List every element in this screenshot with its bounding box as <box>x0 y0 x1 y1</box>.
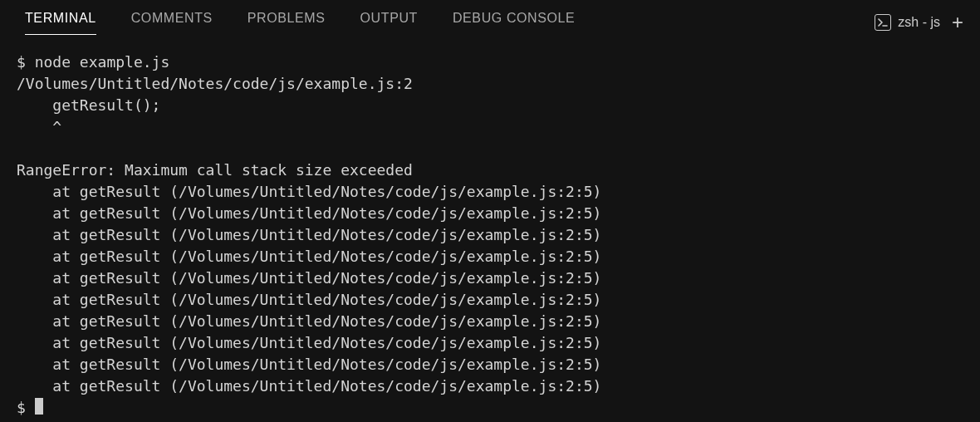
shell-selector[interactable]: zsh - js <box>875 14 940 31</box>
panel-tabs: TERMINAL COMMENTS PROBLEMS OUTPUT DEBUG … <box>25 11 575 35</box>
error-file-line: /Volumes/Untitled/Notes/code/js/example.… <box>17 75 413 92</box>
error-code-line: getResult(); <box>17 96 160 114</box>
stack-frame: at getResult (/Volumes/Untitled/Notes/co… <box>17 312 601 330</box>
tab-problems[interactable]: PROBLEMS <box>247 11 326 35</box>
stack-frame: at getResult (/Volumes/Untitled/Notes/co… <box>17 356 601 373</box>
terminal-icon <box>875 14 891 31</box>
stack-frame: at getResult (/Volumes/Untitled/Notes/co… <box>17 204 601 222</box>
stack-frame: at getResult (/Volumes/Untitled/Notes/co… <box>17 291 601 308</box>
panel-header: TERMINAL COMMENTS PROBLEMS OUTPUT DEBUG … <box>0 0 980 37</box>
tab-terminal[interactable]: TERMINAL <box>25 11 96 35</box>
stack-frame: at getResult (/Volumes/Untitled/Notes/co… <box>17 377 601 395</box>
stack-frame: at getResult (/Volumes/Untitled/Notes/co… <box>17 248 601 265</box>
header-actions: zsh - js + <box>875 12 963 32</box>
error-message: RangeError: Maximum call stack size exce… <box>17 161 413 179</box>
stack-frame: at getResult (/Volumes/Untitled/Notes/co… <box>17 226 601 243</box>
prompt: $ <box>17 399 26 416</box>
shell-label: zsh - js <box>898 15 940 30</box>
command-text: node example.js <box>35 53 170 71</box>
tab-debug-console[interactable]: DEBUG CONSOLE <box>453 11 575 35</box>
stack-frame: at getResult (/Volumes/Untitled/Notes/co… <box>17 183 601 200</box>
terminal-output[interactable]: $ node example.js /Volumes/Untitled/Note… <box>0 37 980 419</box>
new-terminal-button[interactable]: + <box>952 12 963 32</box>
prompt: $ <box>17 53 26 71</box>
stack-frame: at getResult (/Volumes/Untitled/Notes/co… <box>17 334 601 351</box>
stack-frame: at getResult (/Volumes/Untitled/Notes/co… <box>17 269 601 287</box>
cursor <box>35 398 43 415</box>
error-caret-line: ^ <box>17 118 61 135</box>
tab-output[interactable]: OUTPUT <box>360 11 418 35</box>
tab-comments[interactable]: COMMENTS <box>131 11 213 35</box>
